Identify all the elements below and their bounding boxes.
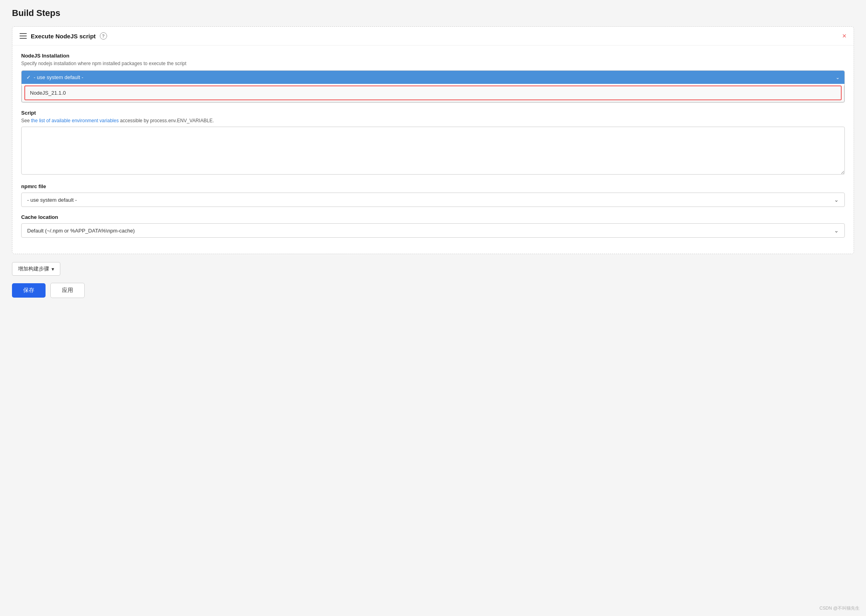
script-description: See the list of available environment va…: [21, 118, 845, 123]
npmrc-chevron-icon: ⌄: [834, 197, 839, 203]
cache-chevron-icon: ⌄: [834, 227, 839, 234]
card-header: Execute NodeJS script ? ×: [12, 27, 854, 46]
env-variables-link[interactable]: the list of available environment variab…: [31, 118, 119, 123]
save-button[interactable]: 保存: [12, 283, 46, 298]
card-body: NodeJS Installation Specify nodejs insta…: [12, 46, 854, 254]
nodejs-option-highlighted[interactable]: NodeJS_21.1.0: [24, 85, 842, 100]
drag-handle-icon[interactable]: [20, 33, 27, 39]
watermark: CSDN @不叫猫先生: [820, 605, 860, 611]
nodejs-dropdown-chevron: ⌄: [836, 75, 840, 80]
close-button[interactable]: ×: [842, 32, 846, 40]
help-icon[interactable]: ?: [100, 32, 107, 40]
nodejs-dropdown-list: NodeJS_21.1.0: [22, 85, 844, 102]
nodejs-installation-desc: Specify nodejs installation where npm in…: [21, 61, 845, 66]
nodejs-dropdown-selected[interactable]: ✓ - use system default - ⌄: [22, 71, 844, 84]
npmrc-dropdown[interactable]: - use system default - ⌄: [21, 193, 845, 207]
apply-button[interactable]: 应用: [50, 283, 85, 298]
add-step-label: 增加构建步骤: [18, 265, 49, 272]
script-desc-suffix: accessible by process.env.ENV_VARIABLE.: [119, 118, 214, 123]
cache-section: Cache location Default (~/.npm or %APP_D…: [21, 214, 845, 238]
npmrc-dropdown-value: - use system default -: [27, 197, 77, 203]
page-title: Build Steps: [12, 8, 854, 18]
npmrc-label: npmrc file: [21, 183, 845, 189]
nodejs-selected-label: - use system default -: [34, 74, 83, 80]
cache-label: Cache location: [21, 214, 845, 220]
script-textarea[interactable]: [21, 127, 845, 175]
nodejs-dropdown[interactable]: ✓ - use system default - ⌄ NodeJS_21.1.0: [21, 70, 845, 103]
card-title: Execute NodeJS script: [31, 33, 96, 40]
build-step-card: Execute NodeJS script ? × NodeJS Install…: [12, 26, 854, 254]
cache-dropdown-wrapper: Default (~/.npm or %APP_DATA%\npm-cache)…: [21, 223, 845, 238]
nodejs-dropdown-wrapper: ✓ - use system default - ⌄ NodeJS_21.1.0: [21, 70, 845, 103]
script-desc-prefix: See: [21, 118, 31, 123]
npmrc-section: npmrc file - use system default - ⌄: [21, 183, 845, 207]
npmrc-dropdown-wrapper: - use system default - ⌄: [21, 193, 845, 207]
bottom-bar: 保存 应用: [12, 283, 854, 298]
nodejs-installation-label: NodeJS Installation: [21, 53, 845, 59]
cache-dropdown[interactable]: Default (~/.npm or %APP_DATA%\npm-cache)…: [21, 223, 845, 238]
footer-actions: 增加构建步骤 ▾: [12, 262, 854, 276]
add-step-button[interactable]: 增加构建步骤 ▾: [12, 262, 60, 276]
script-label: Script: [21, 110, 845, 116]
add-step-chevron-icon: ▾: [52, 266, 54, 272]
cache-dropdown-value: Default (~/.npm or %APP_DATA%\npm-cache): [27, 228, 135, 234]
nodejs-checkmark: ✓ - use system default -: [26, 74, 83, 80]
script-section: Script See the list of available environ…: [21, 110, 845, 176]
